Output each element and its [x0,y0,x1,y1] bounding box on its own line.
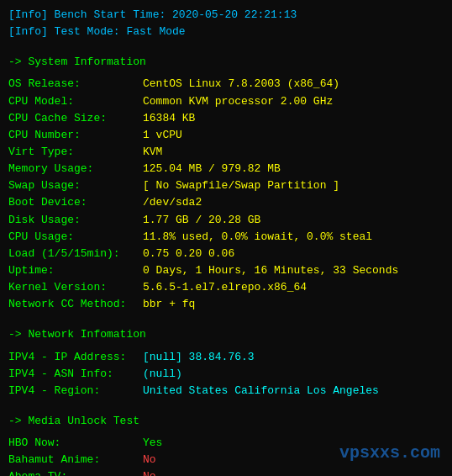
row-label: OS Release: [8,76,143,93]
row-value: 1 vCPU [143,127,182,144]
row-value: [ No Swapfile/Swap Partition ] [143,177,339,194]
network-header: -> Network Infomation [8,326,444,343]
row-label: Bahamut Anime: [8,452,143,468]
table-row: CPU Usage:11.8% used, 0.0% iowait, 0.0% … [8,229,444,246]
system-header: -> System Information [8,54,444,71]
row-value: 0.75 0.20 0.06 [143,246,234,262]
row-label: CPU Number: [8,127,143,144]
row-label: Virt Type: [8,144,143,161]
row-value: bbr + fq [143,296,195,313]
row-value: KVM [143,144,162,161]
row-label: CPU Cache Size: [8,110,143,127]
row-label: Kernel Version: [8,279,143,296]
row-label: IPV4 - Region: [8,383,143,399]
row-label: Uptime: [8,262,143,279]
row-label: Memory Usage: [8,161,143,177]
row-label: IPV4 - IP Address: [8,349,143,366]
row-label: CPU Usage: [8,229,143,246]
row-value: [null] 38.84.76.3 [143,349,255,366]
row-value: CentOS Linux 7.8.2003 (x86_64) [143,76,339,93]
row-label: Boot Device: [8,194,143,211]
row-value: No [143,452,156,468]
table-row: CPU Number:1 vCPU [8,127,444,144]
table-row: Virt Type:KVM [8,144,444,161]
table-row: IPV4 - Region:United States California L… [8,383,444,399]
table-row: Kernel Version:5.6.5-1.el7.elrepo.x86_64 [8,279,444,296]
row-value: (null) [143,366,182,383]
row-label: IPV4 - ASN Info: [8,366,143,383]
table-row: CPU Cache Size:16384 KB [8,110,444,127]
table-row: Uptime:0 Days, 1 Hours, 16 Minutes, 33 S… [8,262,444,279]
info-line-2: [Info] Test Mode: Fast Mode [8,24,444,40]
row-value: 125.04 MB / 979.82 MB [143,161,281,177]
row-value: 16384 KB [143,110,195,127]
table-row: Load (1/5/15min):0.75 0.20 0.06 [8,246,444,262]
system-rows: OS Release:CentOS Linux 7.8.2003 (x86_64… [8,76,444,313]
row-label: CPU Model: [8,93,143,110]
row-label: Network CC Method: [8,296,143,313]
info-line-1: [Info] Bench Start Time: 2020-05-20 22:2… [8,7,444,24]
table-row: Swap Usage:[ No Swapfile/Swap Partition … [8,177,444,194]
row-value: /dev/sda2 [143,194,202,211]
row-label: HBO Now: [8,435,143,452]
table-row: Boot Device:/dev/sda2 [8,194,444,211]
row-label: Load (1/5/15min): [8,246,143,262]
row-label: Swap Usage: [8,177,143,194]
row-value: 0 Days, 1 Hours, 16 Minutes, 33 Seconds [143,262,398,279]
table-row: Network CC Method:bbr + fq [8,296,444,313]
table-row: IPV4 - IP Address:[null] 38.84.76.3 [8,349,444,366]
table-row: CPU Model:Common KVM processor 2.00 GHz [8,93,444,110]
table-row: IPV4 - ASN Info: (null) [8,366,444,383]
row-value: No [143,468,156,476]
row-value: 11.8% used, 0.0% iowait, 0.0% steal [143,229,372,246]
row-value: 1.77 GB / 20.28 GB [143,212,260,229]
table-row: Abema.TV:No [8,468,444,476]
table-row: OS Release:CentOS Linux 7.8.2003 (x86_64… [8,76,444,93]
watermark: vpsxxs.com [339,440,440,466]
row-value: Yes [143,435,162,452]
row-value: United States California Los Angeles [143,383,379,399]
row-value: Common KVM processor 2.00 GHz [143,93,333,110]
row-label: Abema.TV: [8,468,143,476]
table-row: Disk Usage:1.77 GB / 20.28 GB [8,212,444,229]
media-header: -> Media Unlock Test [8,413,444,430]
table-row: Memory Usage:125.04 MB / 979.82 MB [8,161,444,177]
row-value: 5.6.5-1.el7.elrepo.x86_64 [143,279,307,296]
network-rows: IPV4 - IP Address:[null] 38.84.76.3IPV4 … [8,349,444,399]
row-label: Disk Usage: [8,212,143,229]
